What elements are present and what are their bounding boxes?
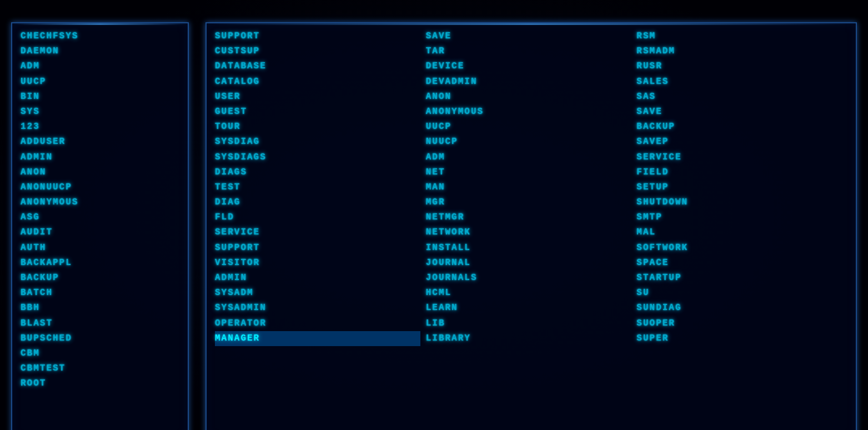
list-item: RUSR	[636, 59, 842, 74]
list-item: BUPSCHED	[21, 331, 179, 346]
list-item: SALES	[636, 74, 842, 89]
list-item: JOURNALS	[426, 271, 631, 286]
list-item: ROOT	[21, 376, 179, 391]
list-item: SMTP	[636, 210, 842, 225]
list-item: DEVICE	[426, 59, 631, 74]
list-item: MANAGER	[215, 331, 420, 346]
list-item: MAN	[426, 180, 631, 195]
list-item: SPACE	[636, 256, 842, 271]
list-item: BACKUP	[636, 119, 842, 134]
right-col-3: RSMRSMADMRUSRSALESSASSAVEBACKUPSAVEPSERV…	[636, 29, 847, 430]
list-item: RSMADM	[636, 44, 842, 59]
list-item: CUSTSUP	[215, 44, 420, 59]
right-panel: SUPPORTCUSTSUPDATABASECATALOGUSERGUESTTO…	[205, 22, 857, 430]
list-item: ADMIN	[215, 271, 420, 286]
list-item: SAVEP	[636, 134, 842, 149]
list-item: BIN	[21, 89, 179, 104]
list-item: FIELD	[636, 165, 842, 180]
list-item: VISITOR	[215, 256, 420, 271]
list-item: LIBRARY	[426, 331, 631, 346]
list-item: LEARN	[426, 301, 631, 316]
list-item: SUPPORT	[215, 29, 420, 44]
list-item: STARTUP	[636, 271, 842, 286]
list-item: ANON	[21, 165, 179, 180]
list-item: BBH	[21, 301, 179, 316]
list-item: NUUCP	[426, 134, 631, 149]
list-item: SUNDIAG	[636, 301, 842, 316]
list-item: CBM	[21, 346, 179, 361]
list-item: ANONUUCP	[21, 180, 179, 195]
list-item: UUCP	[21, 74, 179, 89]
list-item: SHUTDOWN	[636, 195, 842, 210]
list-item: RSM	[636, 29, 842, 44]
list-item: ANONYMOUS	[21, 195, 179, 210]
list-item: ADDUSER	[21, 134, 179, 149]
list-item: FLD	[215, 210, 420, 225]
list-item: NETMGR	[426, 210, 631, 225]
list-item: CATALOG	[215, 74, 420, 89]
list-item: 123	[21, 119, 179, 134]
list-item: SERVICE	[636, 150, 842, 165]
list-item: SYSDIAGS	[215, 150, 420, 165]
list-item: SAVE	[426, 29, 631, 44]
list-item: GUEST	[215, 104, 420, 119]
list-item: JOURNAL	[426, 256, 631, 271]
list-item: ANONYMOUS	[426, 104, 631, 119]
list-item: BLAST	[21, 316, 179, 331]
list-item: DIAGS	[215, 165, 420, 180]
list-item: BACKUP	[21, 271, 179, 286]
list-item: USER	[215, 89, 420, 104]
right-col-1: SUPPORTCUSTSUPDATABASECATALOGUSERGUESTTO…	[215, 29, 426, 430]
list-item: NETWORK	[426, 225, 631, 240]
list-item: SU	[636, 286, 842, 301]
list-item: SAS	[636, 89, 842, 104]
list-item: AUDIT	[21, 225, 179, 240]
list-item: SYSADMIN	[215, 301, 420, 316]
list-item: DIAG	[215, 195, 420, 210]
list-item: DAEMON	[21, 44, 179, 59]
list-item: BACKAPPL	[21, 256, 179, 271]
list-item: SUOPER	[636, 316, 842, 331]
list-item: ANON	[426, 89, 631, 104]
list-item: TEST	[215, 180, 420, 195]
list-item: TOUR	[215, 119, 420, 134]
list-item: NET	[426, 165, 631, 180]
list-item: ADMIN	[21, 150, 179, 165]
list-item: SERVICE	[215, 225, 420, 240]
list-item: ADM	[21, 59, 179, 74]
list-item: ASG	[21, 210, 179, 225]
list-item: MGR	[426, 195, 631, 210]
list-item: HCML	[426, 286, 631, 301]
list-item: CBMTEST	[21, 361, 179, 376]
left-panel: CHECHFSYSDAEMONADMUUCPBINSYS123ADDUSERAD…	[11, 22, 189, 430]
list-item: MAL	[636, 225, 842, 240]
list-item: SOFTWORK	[636, 241, 842, 256]
list-item: SYSADM	[215, 286, 420, 301]
list-item: SYSDIAG	[215, 134, 420, 149]
list-item: SUPER	[636, 331, 842, 346]
list-item: DATABASE	[215, 59, 420, 74]
list-item: ADM	[426, 150, 631, 165]
list-item: DEVADMIN	[426, 74, 631, 89]
list-item: CHECHFSYS	[21, 29, 179, 44]
list-item: INSTALL	[426, 241, 631, 256]
list-item: SYS	[21, 104, 179, 119]
list-item: SUPPORT	[215, 241, 420, 256]
left-list: CHECHFSYSDAEMONADMUUCPBINSYS123ADDUSERAD…	[21, 29, 179, 392]
list-item: OPERATOR	[215, 316, 420, 331]
right-col-2: SAVETARDEVICEDEVADMINANONANONYMOUSUUCPNU…	[426, 29, 637, 430]
list-item: LIB	[426, 316, 631, 331]
right-columns: SUPPORTCUSTSUPDATABASECATALOGUSERGUESTTO…	[215, 29, 847, 430]
list-item: BATCH	[21, 286, 179, 301]
list-item: UUCP	[426, 119, 631, 134]
main-screen: CHECHFSYSDAEMONADMUUCPBINSYS123ADDUSERAD…	[0, 0, 868, 430]
list-item: TAR	[426, 44, 631, 59]
list-item: SAVE	[636, 104, 842, 119]
list-item: SETUP	[636, 180, 842, 195]
list-item: AUTH	[21, 241, 179, 256]
